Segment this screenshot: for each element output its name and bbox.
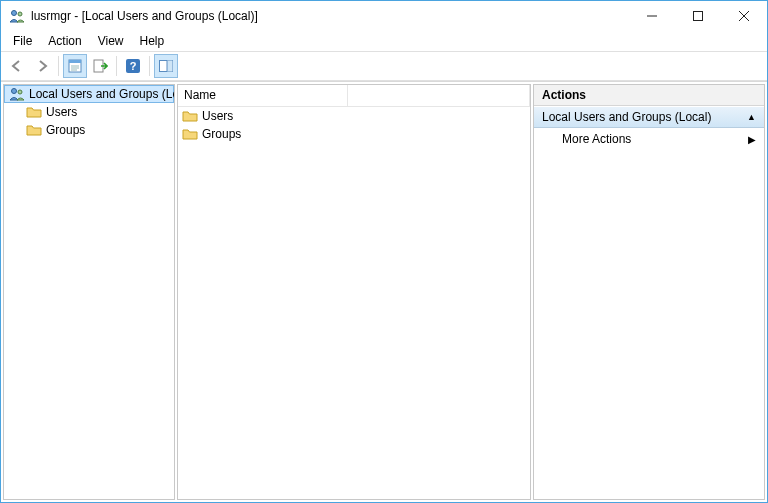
tree-root-node[interactable]: Local Users and Groups (Local) [4,85,174,103]
svg-point-17 [12,89,17,94]
action-label: More Actions [562,132,631,146]
toolbar-divider [58,56,59,76]
list-cell-name: Users [202,109,233,123]
tree-node-users[interactable]: Users [4,103,174,121]
tree-node-label: Groups [46,123,85,137]
menu-file[interactable]: File [5,33,40,49]
svg-point-18 [18,90,22,94]
tree-root-label: Local Users and Groups (Local) [29,87,175,101]
tree-pane[interactable]: Local Users and Groups (Local) Users Gro… [3,84,175,500]
titlebar: lusrmgr - [Local Users and Groups (Local… [1,1,767,31]
properties-button[interactable] [63,54,87,78]
menubar: File Action View Help [1,31,767,51]
minimize-button[interactable] [629,1,675,31]
folder-icon [26,122,42,138]
action-more-actions[interactable]: More Actions ▶ [534,128,764,150]
svg-point-0 [12,11,17,16]
collapse-icon: ▲ [747,112,756,122]
list-cell-name: Groups [202,127,241,141]
svg-point-1 [18,12,22,16]
app-icon [9,8,25,24]
actions-section[interactable]: Local Users and Groups (Local) ▲ [534,106,764,128]
svg-rect-7 [69,60,81,63]
tree-node-label: Users [46,105,77,119]
list-body[interactable]: Users Groups [178,107,530,499]
toolbar-divider [116,56,117,76]
list-row-users[interactable]: Users [178,107,530,125]
actions-section-label: Local Users and Groups (Local) [542,110,711,124]
menu-help[interactable]: Help [132,33,173,49]
toolbar-divider [149,56,150,76]
maximize-button[interactable] [675,1,721,31]
window-title: lusrmgr - [Local Users and Groups (Local… [31,9,258,23]
svg-text:?: ? [130,60,137,72]
show-hide-action-pane-button[interactable] [154,54,178,78]
list-row-groups[interactable]: Groups [178,125,530,143]
column-header-name[interactable]: Name [178,85,348,106]
nav-back-button[interactable] [5,54,29,78]
submenu-arrow-icon: ▶ [748,134,756,145]
window-controls [629,1,767,31]
export-list-button[interactable] [88,54,112,78]
folder-icon [182,108,198,124]
actions-header: Actions [534,85,764,106]
toolbar: ? [1,52,767,80]
content-area: Local Users and Groups (Local) Users Gro… [1,81,767,502]
menu-action[interactable]: Action [40,33,89,49]
svg-rect-15 [167,61,173,72]
tree-node-groups[interactable]: Groups [4,121,174,139]
column-header-blank[interactable] [348,85,530,106]
nav-forward-button[interactable] [30,54,54,78]
users-groups-icon [9,86,25,102]
close-button[interactable] [721,1,767,31]
list-pane[interactable]: Name Users Groups [177,84,531,500]
list-header[interactable]: Name [178,85,530,107]
folder-icon [26,104,42,120]
help-button[interactable]: ? [121,54,145,78]
folder-icon [182,126,198,142]
actions-pane: Actions Local Users and Groups (Local) ▲… [533,84,765,500]
svg-rect-3 [694,12,703,21]
menu-view[interactable]: View [90,33,132,49]
